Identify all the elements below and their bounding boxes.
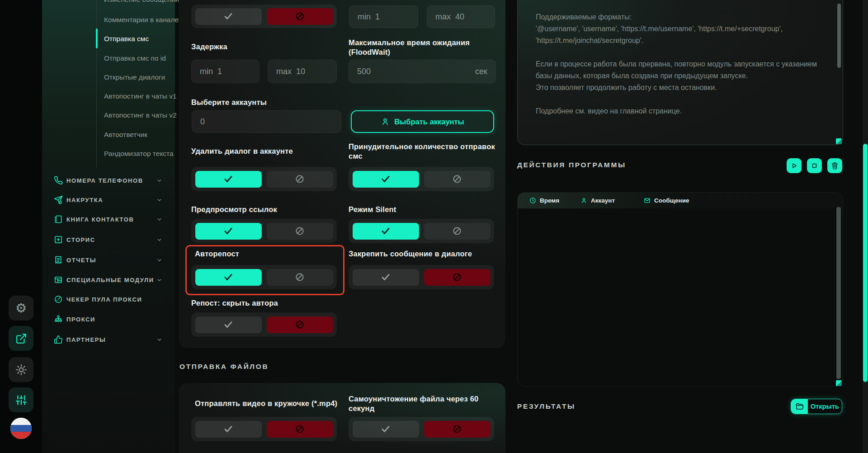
allow-button[interactable] [195, 8, 262, 25]
delay-label: Задержка [191, 42, 227, 52]
select-accounts-label: Выбрать аккаунты [394, 118, 464, 126]
allow-button[interactable] [353, 171, 419, 188]
info-text: Поддерживаемые форматы: '@username', 'us… [536, 11, 834, 117]
sidebar-section-phone-numbers[interactable]: НОМЕРА ТЕЛЕФОНОВ [54, 175, 162, 185]
allow-button[interactable] [195, 223, 262, 240]
check-icon [380, 174, 391, 184]
toggle-delete-dialog [191, 167, 337, 191]
check-icon [223, 272, 234, 283]
actions-table: Время Аккаунт Сообщение [517, 192, 843, 387]
allow-button[interactable] [195, 269, 262, 286]
page-scrollbar-thumb[interactable] [863, 144, 868, 382]
column-message: Сообщение [644, 193, 689, 208]
allow-button[interactable] [195, 421, 262, 438]
sidebar-section-special-modules[interactable]: СПЕЦИАЛЬНЫЕ МОДУЛИ [54, 275, 162, 285]
deny-button[interactable] [424, 171, 491, 188]
allow-button[interactable] [195, 316, 262, 333]
files-section-title: ОТПРАВКА ФАЙЛОВ [179, 363, 269, 371]
toggle-link-preview [191, 219, 337, 243]
paper-plane-icon [54, 195, 63, 204]
info-resize-handle[interactable] [836, 138, 842, 144]
check-icon [223, 319, 234, 330]
play-icon [790, 161, 798, 170]
ban-icon [294, 319, 305, 330]
sidebar-item-autoresponder[interactable]: Автоответчик [104, 131, 147, 139]
deny-button[interactable] [267, 421, 333, 438]
column-time: Время [529, 193, 559, 208]
sidebar-section-reports[interactable]: ОТЧЕТЫ [54, 255, 162, 265]
floodwait-unit: сек [475, 67, 487, 76]
sidebar-section-contact-book[interactable]: КНИГА КОНТАКТОВ [54, 214, 162, 224]
sidebar-item-autoposting-v2[interactable]: Автопостинг в чаты v2 [104, 111, 177, 119]
deny-button[interactable] [424, 223, 491, 240]
delay-max-field[interactable]: max 10 [268, 60, 337, 83]
gear-icon: ⚙ [15, 301, 27, 316]
deny-button[interactable] [267, 223, 333, 240]
actions-table-header: Время Аккаунт Сообщение [518, 193, 843, 208]
sidebar-item-change-messages[interactable]: Изменение сообщений [104, 0, 179, 4]
sliders-button[interactable] [9, 387, 33, 412]
network-icon [54, 315, 63, 324]
chevron-down-icon [156, 217, 162, 222]
accounts-count-field[interactable]: 0 [192, 110, 341, 133]
floodwait-field[interactable]: 500 сек [349, 60, 496, 83]
ban-icon [294, 11, 305, 22]
speedometer-icon [54, 295, 63, 304]
chevron-down-icon [156, 178, 162, 184]
top-min-field[interactable]: min 1 [349, 5, 418, 28]
sidebar-item-send-sms-by-id[interactable]: Отправка смс по id [104, 54, 166, 62]
deny-button[interactable] [267, 269, 333, 286]
theme-button[interactable] [9, 357, 33, 382]
sidebar-section-boosting[interactable]: НАКРУТКА [54, 195, 162, 205]
clear-button[interactable] [827, 158, 842, 173]
settings-button[interactable]: ⚙ [9, 296, 33, 321]
allow-button[interactable] [353, 421, 419, 438]
sidebar-item-autoposting-v1[interactable]: Автопостинг в чаты v1 [104, 92, 177, 100]
check-icon [223, 424, 234, 434]
deny-button[interactable] [424, 269, 491, 286]
deny-button[interactable] [267, 8, 333, 25]
toggle-repost-hide-author [191, 312, 337, 337]
delay-min-field[interactable]: min 1 [191, 60, 259, 83]
language-button[interactable] [10, 418, 32, 439]
allow-button[interactable] [353, 269, 419, 286]
stop-icon [810, 161, 819, 170]
sidebar-section-partners[interactable]: ПАРТНЕРЫ [54, 335, 162, 344]
deny-button[interactable] [267, 171, 333, 188]
sidebar-item-text-randomizer[interactable]: Рандомизатор текста [104, 150, 174, 158]
plus-square-icon [54, 235, 63, 244]
toggle-top [191, 5, 337, 28]
actions-title: ДЕЙСТВИЯ ПРОГРАММЫ [517, 161, 626, 169]
sidebar-section-proxy-checker[interactable]: ЧЕКЕР ПУЛА ПРОКСИ [54, 294, 162, 304]
allow-button[interactable] [195, 171, 262, 188]
deny-button[interactable] [424, 421, 491, 438]
sidebar-section-stories[interactable]: СТОРИС [54, 235, 162, 245]
folder-icon [791, 399, 808, 414]
sidebar-item-send-sms[interactable]: Отправка смс [104, 35, 149, 43]
check-icon [380, 424, 391, 434]
report-icon [54, 255, 63, 264]
top-max-field[interactable]: max 40 [427, 5, 495, 28]
silent-mode-label: Режим Silent [349, 205, 396, 214]
sidebar-item-open-dialogs[interactable]: Открытые диалоги [104, 73, 165, 81]
table-resize-handle[interactable] [836, 380, 842, 386]
sidebar-item-channel-comments[interactable]: Комментарии в канале [104, 16, 179, 24]
ban-icon [452, 424, 462, 434]
info-panel[interactable]: Поддерживаемые форматы: '@username', 'us… [517, 0, 843, 145]
select-accounts-button[interactable]: Выбрать аккаунты [351, 110, 494, 133]
chevron-down-icon [156, 337, 162, 343]
info-scrollbar-thumb[interactable] [837, 4, 841, 68]
stop-button[interactable] [807, 158, 822, 173]
toggle-silent-mode [349, 219, 494, 243]
table-scrollbar-thumb[interactable] [836, 207, 841, 379]
external-link-button[interactable] [9, 326, 33, 351]
submenu-divider [96, 0, 97, 167]
chevron-down-icon [156, 237, 162, 243]
start-button[interactable] [787, 158, 802, 173]
allow-button[interactable] [353, 223, 419, 240]
deny-button[interactable] [267, 316, 333, 333]
phone-icon [54, 176, 63, 185]
external-link-icon [15, 333, 27, 344]
sidebar-section-proxy[interactable]: ПРОКСИ [54, 314, 162, 324]
open-results-button[interactable]: Открыть [791, 399, 842, 414]
